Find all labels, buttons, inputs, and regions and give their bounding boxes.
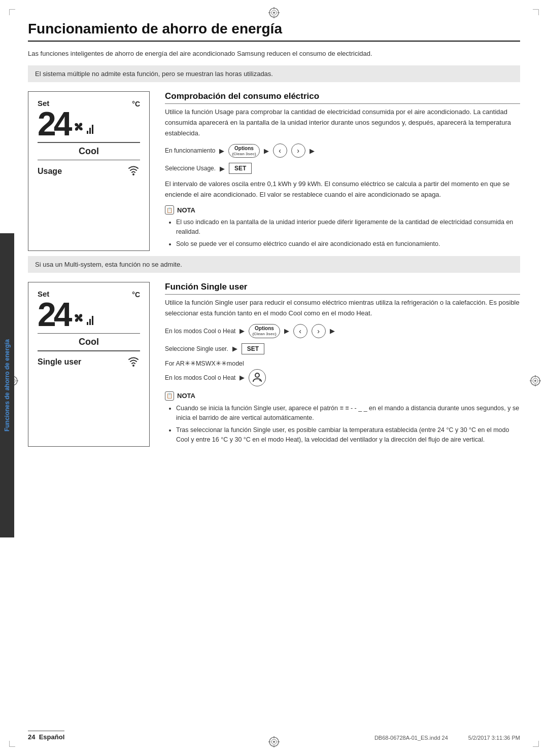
section2-step3: En los modos Cool o Heat ▶ (165, 369, 520, 386)
display-panel-1: Set °C 24 (28, 91, 150, 251)
usage-label-1: Usage (38, 167, 62, 176)
set-button-2[interactable]: SET (242, 343, 264, 354)
arrow-8: ▶ (232, 345, 237, 352)
section2-step1: En los modos Cool o Heat ▶ Options (Clea… (165, 324, 520, 338)
nota-item-1-1: Solo se puede ver el consumo eléctrico c… (176, 239, 520, 249)
arrow-2: ▶ (264, 147, 269, 155)
step2-3-label: En los modos Cool o Heat (165, 374, 235, 381)
section2-row: Set °C 24 (28, 282, 520, 447)
section2-content: Función Single user Utilice la función S… (165, 282, 520, 447)
wifi-icon-1 (127, 164, 140, 178)
section1-text: Utilice la función Usage para comprobar … (165, 107, 520, 138)
svg-rect-29 (87, 131, 88, 134)
step2-2-label: Seleccione Single user. (165, 345, 228, 352)
arrow-3: ▶ (310, 147, 315, 155)
compass-top-icon (268, 7, 280, 20)
section1-nota: 📋 NOTA El uso indicado en la pantalla de… (165, 205, 520, 249)
bottom-row-1: Usage (38, 164, 140, 178)
corner-mark-tl (9, 9, 15, 15)
svg-rect-31 (92, 125, 93, 134)
title-underline (28, 41, 520, 42)
options-button-2[interactable]: Options (Clean 3sec) (249, 324, 280, 338)
temp-number-2: 24 (38, 300, 70, 330)
svg-rect-36 (92, 316, 93, 325)
nota-item-1-0: El uso indicado en la pantalla de la uni… (176, 218, 520, 237)
arrow-5: ▶ (239, 327, 245, 335)
number-display-1: 24 (38, 109, 140, 139)
nota-list-2: Cuando se inicia la función Single user,… (165, 404, 520, 445)
arrow-6: ▶ (284, 327, 289, 335)
corner-mark-tr (533, 9, 539, 15)
step1-label: En funcionamiento (165, 147, 215, 154)
left-arrow-btn-2[interactable]: ‹ (293, 324, 307, 338)
nota-list-1: El uso indicado en la pantalla de la uni… (165, 218, 520, 249)
nota-item-2-1: Tras seleccionar la función Single user,… (176, 425, 520, 445)
section1-step1: En funcionamiento ▶ Options (Clean 3sec)… (165, 143, 520, 158)
section1-step2: Seleccione Usage. ▶ SET (165, 163, 520, 174)
svg-point-2 (273, 12, 275, 14)
cool-label-1: Cool (38, 146, 140, 157)
sidebar: Funciones de ahorro de energía (0, 233, 14, 537)
section2-nota: 📋 NOTA Cuando se inicia la función Singl… (165, 391, 520, 445)
section1-row: Set °C 24 (28, 91, 520, 251)
display-panel-2: Set °C 24 (28, 282, 150, 447)
note-box-2: Si usa un Multi-system, esta función no … (28, 256, 520, 273)
corner-mark-bl (9, 741, 15, 747)
bottom-row-2: Single user (38, 355, 140, 369)
arrow-1: ▶ (219, 147, 224, 155)
bars-icon-1 (87, 124, 94, 135)
arrow-7: ▶ (330, 327, 335, 335)
temp-number-1: 24 (38, 109, 70, 139)
cool-label-2: Cool (38, 337, 140, 347)
footer-date: 5/2/2017 3:11:36 PM (468, 735, 520, 741)
celsius-1: °C (132, 100, 140, 108)
single-user-btn[interactable] (249, 369, 266, 386)
section2-text: Utilice la función Single user para redu… (165, 298, 520, 319)
nota-header-1: 📋 NOTA (165, 205, 520, 214)
for-model-text: For AR✳✳MSWX✳✳model (165, 359, 520, 367)
note-box-1: El sistema múltiple no admite esta funci… (28, 65, 520, 82)
right-arrow-btn-1[interactable]: › (291, 143, 305, 158)
page-title: Funcionamiento de ahorro de energía (28, 20, 520, 38)
svg-rect-30 (89, 128, 91, 134)
arrow-4: ▶ (220, 165, 225, 172)
nota-label-2: NOTA (177, 392, 195, 400)
step2-label: Seleccione Usage. (165, 165, 216, 172)
footer-meta: DB68-06728A-01_ES.indd 24 5/2/2017 3:11:… (374, 735, 520, 741)
section2-title: Función Single user (165, 282, 520, 295)
nota-icon-1: 📋 (165, 205, 174, 214)
sidebar-label: Funciones de ahorro de energía (4, 339, 11, 431)
fan-icon-1 (72, 120, 86, 137)
nota-header-2: 📋 NOTA (165, 391, 520, 401)
section1-title: Comprobación del consumo eléctrico (165, 91, 520, 104)
bars-icon-2 (87, 315, 94, 326)
svg-point-37 (132, 365, 134, 367)
section1-info: El intervalo de valores oscila entre 0,1… (165, 179, 520, 200)
wifi-icon-2 (127, 355, 140, 369)
corner-mark-br (533, 741, 539, 747)
divider-2b (38, 350, 140, 351)
section1-content: Comprobación del consumo eléctrico Utili… (165, 91, 520, 251)
fan-icon-2 (72, 311, 86, 328)
compass-mid-right-icon (530, 375, 541, 388)
svg-rect-35 (89, 319, 91, 325)
step2-1-label: En los modos Cool o Heat (165, 328, 235, 335)
divider-1b (38, 160, 140, 161)
options-button-1[interactable]: Options (Clean 3sec) (228, 144, 259, 158)
svg-point-38 (255, 373, 259, 377)
nota-icon-2: 📋 (165, 391, 174, 401)
page-footer: 24 Español DB68-06728A-01_ES.indd 24 5/2… (28, 731, 520, 741)
left-arrow-btn-1[interactable]: ‹ (273, 143, 287, 158)
arrow-9: ▶ (239, 374, 245, 381)
svg-rect-34 (87, 322, 88, 325)
footer-page-num: 24 Español (28, 731, 64, 741)
svg-point-32 (132, 173, 134, 175)
single-user-label: Single user (38, 357, 81, 367)
right-arrow-btn-2[interactable]: › (312, 324, 326, 338)
set-button-1[interactable]: SET (229, 163, 252, 174)
number-display-2: 24 (38, 300, 140, 330)
svg-point-16 (534, 380, 536, 382)
footer-file: DB68-06728A-01_ES.indd 24 (374, 735, 448, 741)
nota-item-2-0: Cuando se inicia la función Single user,… (176, 404, 520, 423)
nota-label-1: NOTA (177, 206, 195, 214)
